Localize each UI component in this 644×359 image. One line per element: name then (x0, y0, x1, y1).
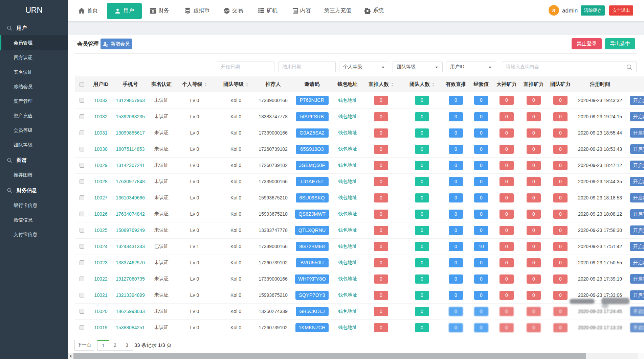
svg-text:¥: ¥ (152, 9, 154, 14)
